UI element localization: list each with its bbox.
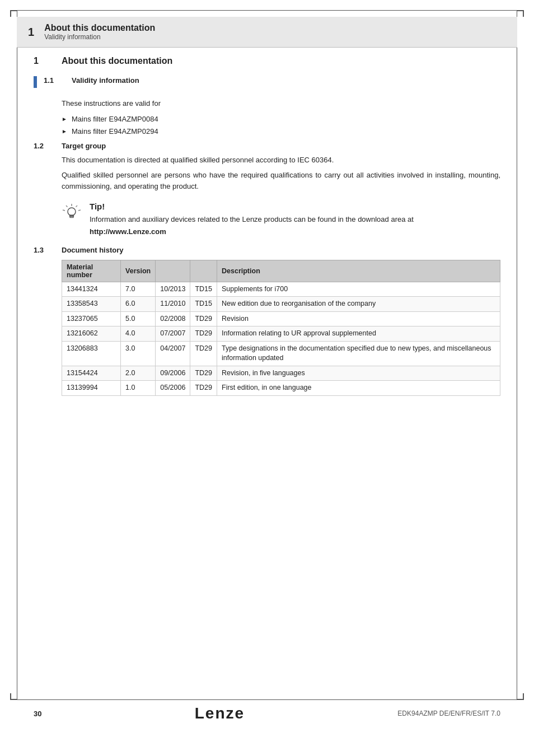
cell-description: Information relating to UR approval supp… — [217, 326, 500, 342]
table-row: 13216062 4.0 07/2007 TD29 Information re… — [62, 326, 500, 342]
svg-line-3 — [66, 206, 68, 207]
section1-title: About this documentation — [62, 56, 172, 66]
cell-td: TD29 — [190, 381, 217, 396]
section1-heading: 1 About this documentation — [34, 56, 500, 66]
page-border-bottom — [17, 699, 517, 700]
col-version: Version — [121, 260, 156, 282]
page-border-right — [517, 10, 517, 700]
target-group-para2: Qualified skilled personnel are persons … — [62, 170, 500, 192]
subsection1-1-block: 1.1 Validity information — [34, 76, 500, 88]
cell-version: 1.0 — [121, 381, 156, 396]
corner-tick-tl — [10, 10, 17, 17]
corner-tick-br — [517, 693, 524, 700]
cell-material: 13216062 — [62, 326, 121, 342]
validity-item-2: Mains filter E94AZMP0294 — [62, 126, 500, 137]
cell-version: 5.0 — [121, 311, 156, 326]
cell-description: New edition due to reorganisation of the… — [217, 297, 500, 312]
subsection1-3-title: Document history — [62, 246, 124, 254]
svg-point-5 — [68, 208, 76, 216]
footer-doc-ref: EDK94AZMP DE/EN/FR/ES/IT 7.0 — [397, 710, 500, 717]
validity-list: Mains filter E94AZMP0084 Mains filter E9… — [62, 114, 500, 137]
cell-version: 2.0 — [121, 366, 156, 381]
footer: 30 Lenze EDK94AZMP DE/EN/FR/ES/IT 7.0 — [34, 704, 500, 722]
header-bar: 1 About this documentation Validity info… — [17, 17, 517, 48]
validity-intro: These instructions are valid for — [62, 98, 500, 109]
table-row: 13441324 7.0 10/2013 TD15 Supplements fo… — [62, 282, 500, 297]
cell-material: 13237065 — [62, 311, 121, 326]
header-title-sub: Validity information — [44, 33, 155, 41]
cell-td: TD15 — [190, 282, 217, 297]
svg-rect-7 — [70, 217, 73, 218]
table-row: 13206883 3.0 04/2007 TD29 Type designati… — [62, 341, 500, 366]
cell-date: 09/2006 — [156, 366, 190, 381]
cell-version: 6.0 — [121, 297, 156, 312]
header-title-block: About this documentation Validity inform… — [44, 23, 155, 41]
cell-date: 04/2007 — [156, 341, 190, 366]
subsection1-2-title-row: 1.2 Target group — [34, 142, 500, 150]
corner-tick-tr — [517, 10, 524, 17]
blue-bar-1-1 — [34, 76, 37, 88]
cell-date: 07/2007 — [156, 326, 190, 342]
table-row: 13237065 5.0 02/2008 TD29 Revision — [62, 311, 500, 326]
cell-td: TD29 — [190, 366, 217, 381]
cell-material: 13154424 — [62, 366, 121, 381]
subsection1-1-content: 1.1 Validity information — [44, 76, 500, 88]
subsection1-3-num: 1.3 — [34, 246, 62, 254]
cell-material: 13206883 — [62, 341, 121, 366]
footer-brand: Lenze — [195, 704, 245, 722]
cell-description: First edition, in one language — [217, 381, 500, 396]
cell-material: 13441324 — [62, 282, 121, 297]
cell-material: 13358543 — [62, 297, 121, 312]
table-row: 13358543 6.0 11/2010 TD15 New edition du… — [62, 297, 500, 312]
cell-td: TD29 — [190, 326, 217, 342]
tip-icon-svg — [62, 203, 82, 223]
document-history-table: Material number Version Description 1344… — [62, 260, 500, 396]
table-row: 13154424 2.0 09/2006 TD29 Revision, in f… — [62, 366, 500, 381]
cell-material: 13139994 — [62, 381, 121, 396]
cell-date: 02/2008 — [156, 311, 190, 326]
cell-version: 3.0 — [121, 341, 156, 366]
header-chapter-num: 1 — [28, 26, 34, 39]
tip-icon — [62, 203, 82, 227]
col-material: Material number — [62, 260, 121, 282]
subsection1-1-title: Validity information — [72, 76, 139, 85]
cell-version: 7.0 — [121, 282, 156, 297]
cell-date: 10/2013 — [156, 282, 190, 297]
subsection1-2-title: Target group — [62, 142, 106, 150]
cell-version: 4.0 — [121, 326, 156, 342]
cell-td: TD29 — [190, 341, 217, 366]
col-date — [156, 260, 190, 282]
svg-line-4 — [63, 210, 65, 211]
footer-page-num: 30 — [34, 710, 41, 718]
subsection1-1-title-row: 1.1 Validity information — [44, 76, 500, 85]
cell-td: TD29 — [190, 311, 217, 326]
cell-date: 05/2006 — [156, 381, 190, 396]
main-content: 1 About this documentation 1.1 Validity … — [34, 56, 500, 689]
tip-heading: Tip! — [90, 202, 414, 211]
corner-tick-bl — [10, 693, 17, 700]
cell-description: Supplements for i700 — [217, 282, 500, 297]
svg-line-2 — [78, 210, 81, 211]
tip-box: Tip! Information and auxiliary devices r… — [62, 202, 500, 236]
subsection1-3-title-row: 1.3 Document history — [34, 246, 500, 254]
tip-content: Tip! Information and auxiliary devices r… — [90, 202, 414, 236]
page-border-top — [17, 10, 517, 11]
tip-link: http://www.Lenze.com — [90, 227, 414, 236]
svg-line-1 — [76, 206, 78, 207]
subsection1-2-num: 1.2 — [34, 142, 62, 150]
cell-td: TD15 — [190, 297, 217, 312]
table-row: 13139994 1.0 05/2006 TD29 First edition,… — [62, 381, 500, 396]
tip-text: Information and auxiliary devices relate… — [90, 214, 414, 225]
target-group-para1: This documentation is directed at qualif… — [62, 155, 500, 166]
section1-num: 1 — [34, 56, 62, 66]
subsection1-3-block: 1.3 Document history Material number Ver… — [34, 246, 500, 396]
subsection1-2-block: 1.2 Target group This documentation is d… — [34, 142, 500, 192]
validity-item-1: Mains filter E94AZMP0084 — [62, 114, 500, 125]
cell-description: Revision, in five languages — [217, 366, 500, 381]
subsection1-1-num: 1.1 — [44, 76, 72, 85]
header-title-main: About this documentation — [44, 23, 155, 33]
page-border-left — [17, 10, 17, 700]
col-td — [190, 260, 217, 282]
cell-description: Type designations in the documentation s… — [217, 341, 500, 366]
cell-description: Revision — [217, 311, 500, 326]
